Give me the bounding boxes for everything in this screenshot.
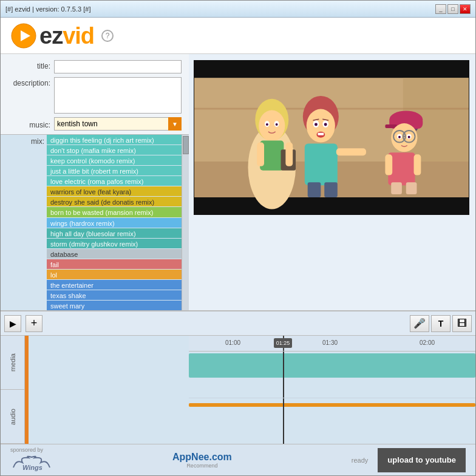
media-track-label: media [1,336,24,390]
svg-rect-46 [391,182,402,194]
form-area: title: description: music: ▼ [1,54,189,134]
appnee-logo-text: AppNee.com [172,452,232,463]
description-label: description: [8,77,50,87]
svg-point-42 [398,136,401,138]
left-column: title: description: music: ▼ [1,54,189,310]
mic-button[interactable]: 🎤 [410,315,429,332]
sponsor-area: sponsored by Wings [10,447,53,473]
app-window: [#] ezvid | version: 0.7.5.3 [#] _ □ ✕ e… [0,0,476,476]
close-button[interactable]: ✕ [460,4,471,14]
title-bar: [#] ezvid | version: 0.7.5.3 [#] _ □ ✕ [1,1,475,18]
scroll-thumb[interactable] [183,136,189,154]
playhead-time-label: 01:25 [274,338,292,348]
svg-rect-47 [406,182,417,194]
timeline-right: 🎤 T 🎞 01:00 01:30 02:00 01:25 [189,311,475,444]
mix-item[interactable]: don't stop (mafia mike remix) [47,145,182,155]
toolbar: ▶ + [1,311,189,336]
add-button[interactable]: + [25,315,42,332]
minimize-button[interactable]: _ [435,4,446,14]
svg-point-25 [314,123,318,126]
description-row: description: [8,77,182,114]
maximize-button[interactable]: □ [447,4,458,14]
logo-play-icon [10,22,37,49]
video-preview [194,60,469,215]
logo-text: ezvid [39,24,94,47]
bottom-left: ▶ + media audio [1,311,189,444]
svg-rect-2 [194,60,469,78]
appnee-sub-text: Recommend [172,463,232,469]
mix-item[interactable]: destroy she said (de donatis remix) [47,197,182,206]
svg-rect-29 [336,148,366,155]
svg-rect-18 [257,143,264,166]
audio-track [189,398,475,444]
mix-item[interactable]: love electric (roma pafos remix) [47,176,182,186]
appnee-area: AppNee.com Recommend [172,452,232,469]
mix-item[interactable]: database [47,249,182,259]
video-content [194,60,469,215]
mix-item[interactable]: keep control (komodo remix) [47,155,182,165]
mix-item[interactable]: sweet mary [47,301,182,310]
svg-point-15 [276,123,278,126]
tracks-area [189,352,475,444]
playhead-media [283,352,284,398]
ruler-mark-3: 01:30 [322,339,338,346]
mix-item[interactable]: storm (dmitry glushkov remix) [47,239,182,248]
title-bar-buttons: _ □ ✕ [435,4,471,14]
svg-point-11 [259,110,285,141]
playhead-audio [283,398,284,444]
media-track [189,352,475,398]
music-input[interactable] [54,117,182,131]
mix-item[interactable]: born to be wasted (mansion remix) [47,207,182,217]
footer-right: ready upload to youtube [352,448,466,472]
footer: sponsored by Wings AppNee.com Recommend … [1,444,475,475]
media-clip[interactable] [189,353,475,378]
logo-container: ezvid ? [10,22,114,49]
svg-point-43 [408,136,410,138]
playhead: 01:25 [283,336,284,351]
mix-label: mix: [31,135,44,146]
description-input[interactable] [54,77,182,114]
right-column [189,54,475,310]
mix-item[interactable]: texas shake [47,290,182,300]
title-row: title: [8,60,182,73]
mix-item[interactable]: fail [47,259,182,269]
mix-item[interactable]: high all day (bluesolar remix) [47,228,182,238]
logo-vid: vid [63,23,94,49]
wings-logo: Wings [10,454,53,473]
svg-rect-19 [285,143,293,166]
timeline-ruler: 01:00 01:30 02:00 01:25 [189,336,475,352]
main-body: title: description: music: ▼ [1,54,475,310]
ruler-mark-1: 01:00 [225,339,240,346]
scrollbar[interactable] [182,135,189,310]
music-row: music: ▼ [8,117,182,131]
mix-item[interactable]: diggin this feeling (dj rich art remix) [47,135,182,144]
music-label: music: [8,119,50,129]
bottom-panels: ▶ + media audio [1,310,475,444]
title-label: title: [8,60,50,70]
mix-item[interactable]: the entertainer [47,280,182,290]
mix-item[interactable]: wings (hardrox remix) [47,218,182,228]
audio-track-label: audio [1,390,24,444]
logo-ez: ez [39,23,63,49]
svg-rect-31 [324,182,338,197]
mix-list: diggin this feeling (dj rich art remix)d… [47,135,182,310]
track-label-area: media audio [1,336,189,444]
title-input[interactable] [54,60,182,73]
text-button[interactable]: T [431,315,450,332]
film-button[interactable]: 🎞 [452,315,472,332]
help-icon[interactable]: ? [101,30,114,42]
svg-text:Wings: Wings [22,464,42,471]
mix-item[interactable]: lol [47,270,182,279]
mix-item[interactable]: just a little bit (robert m remix) [47,166,182,175]
audio-clip[interactable] [189,403,475,407]
upload-button[interactable]: upload to youtube [378,448,466,472]
mix-item[interactable]: warriors of love (feat kyara) [47,186,182,196]
play-icon: ▶ [10,319,16,328]
timeline-toolbar: 🎤 T 🎞 [189,311,475,336]
svg-rect-44 [385,154,392,175]
svg-rect-3 [194,197,469,215]
svg-point-36 [391,123,417,152]
dropdown-list-area: mix: diggin this feeling (dj rich art re… [1,134,189,310]
ready-status: ready [352,457,369,464]
play-button[interactable]: ▶ [4,315,21,332]
